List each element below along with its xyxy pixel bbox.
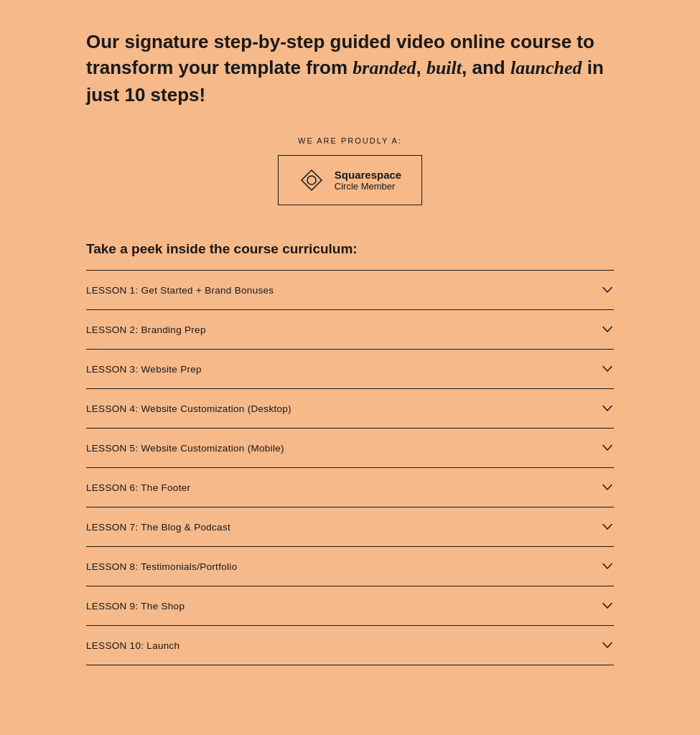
lesson-label-8: LESSON 8: Testimonials/Portfolio: [86, 561, 237, 572]
chevron-down-icon-8: [601, 560, 614, 573]
lesson-item-10[interactable]: LESSON 10: Launch: [86, 625, 614, 665]
lesson-item-3[interactable]: LESSON 3: Website Prep: [86, 349, 614, 388]
squarespace-badge: Squarespace Circle Member: [278, 155, 422, 205]
lesson-item-2[interactable]: LESSON 2: Branding Prep: [86, 309, 614, 349]
lesson-label-2: LESSON 2: Branding Prep: [86, 324, 206, 335]
lesson-label-3: LESSON 3: Website Prep: [86, 364, 202, 375]
lesson-item-9[interactable]: LESSON 9: The Shop: [86, 586, 614, 625]
chevron-down-icon-9: [601, 599, 614, 612]
chevron-down-icon-3: [601, 362, 614, 375]
badge-section: WE ARE PROUDLY A: Squarespace Circle Mem…: [86, 136, 614, 205]
chevron-down-icon-1: [601, 284, 614, 296]
chevron-down-icon-7: [601, 520, 614, 533]
chevron-down-icon-6: [601, 481, 614, 494]
lesson-item-5[interactable]: LESSON 5: Website Customization (Mobile): [86, 428, 614, 467]
lesson-label-1: LESSON 1: Get Started + Brand Bonuses: [86, 285, 274, 296]
hero-text: Our signature step-by-step guided video …: [86, 29, 614, 108]
chevron-down-icon-5: [601, 441, 614, 454]
lesson-label-6: LESSON 6: The Footer: [86, 482, 190, 493]
badge-subtitle: Circle Member: [335, 181, 401, 192]
chevron-down-icon-2: [601, 323, 614, 336]
lesson-label-10: LESSON 10: Launch: [86, 640, 179, 651]
lesson-item-7[interactable]: LESSON 7: The Blog & Podcast: [86, 507, 614, 546]
chevron-down-icon-10: [601, 639, 614, 652]
lesson-item-1[interactable]: LESSON 1: Get Started + Brand Bonuses: [86, 270, 614, 309]
svg-point-0: [307, 176, 316, 184]
badge-text: Squarespace Circle Member: [335, 169, 401, 192]
curriculum-title: Take a peek inside the course curriculum…: [86, 241, 614, 257]
chevron-down-icon-4: [601, 402, 614, 415]
lesson-item-6[interactable]: LESSON 6: The Footer: [86, 467, 614, 507]
squarespace-icon: [299, 167, 325, 193]
lesson-label-4: LESSON 4: Website Customization (Desktop…: [86, 403, 291, 414]
lesson-item-8[interactable]: LESSON 8: Testimonials/Portfolio: [86, 546, 614, 586]
lesson-label-9: LESSON 9: The Shop: [86, 601, 185, 612]
badge-label: WE ARE PROUDLY A:: [298, 136, 402, 145]
lesson-label-5: LESSON 5: Website Customization (Mobile): [86, 443, 284, 454]
lesson-list: LESSON 1: Get Started + Brand BonusesLES…: [86, 270, 614, 665]
badge-title: Squarespace: [335, 169, 401, 181]
lesson-item-4[interactable]: LESSON 4: Website Customization (Desktop…: [86, 388, 614, 428]
lesson-label-7: LESSON 7: The Blog & Podcast: [86, 522, 230, 533]
